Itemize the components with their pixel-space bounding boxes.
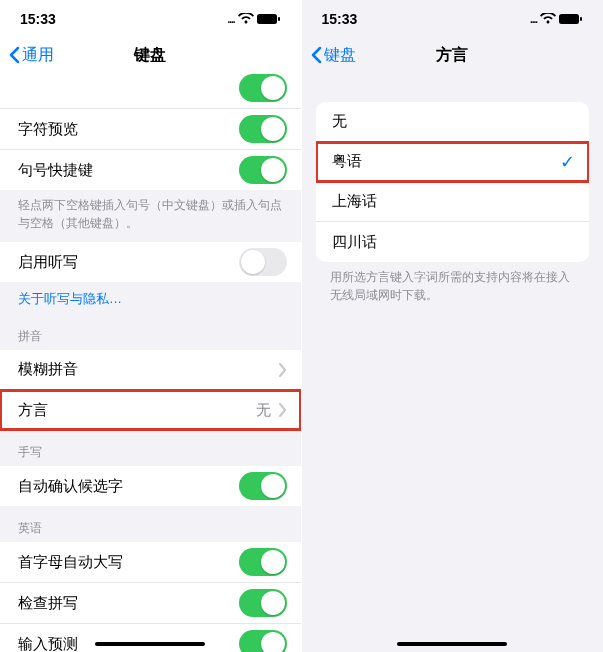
row-label: 字符预览 — [18, 120, 78, 139]
auto-caps-row[interactable]: 首字母自动大写 — [0, 542, 301, 583]
row-label: 方言 — [18, 401, 48, 420]
left-screen: 15:33 .... 通用 键盘 字符预览 — [0, 0, 302, 652]
checkmark-icon: ✓ — [560, 151, 575, 173]
handwriting-group: 自动确认候选字 — [0, 466, 301, 506]
content-area: 字符预览 句号快捷键 轻点两下空格键插入句号（中文键盘）或插入句点与空格（其他键… — [0, 72, 301, 652]
chevron-left-icon — [310, 46, 322, 64]
toggle-switch[interactable] — [239, 115, 287, 143]
svg-rect-1 — [278, 17, 280, 21]
row-label: 自动确认候选字 — [18, 477, 123, 496]
chevron-right-icon — [279, 363, 287, 377]
nav-bar: 键盘 方言 — [302, 38, 604, 72]
predictive-row[interactable]: 输入预测 — [0, 624, 301, 652]
toggle-switch[interactable] — [239, 589, 287, 617]
status-time: 15:33 — [20, 11, 56, 27]
chevron-right-icon — [279, 403, 287, 417]
option-none[interactable]: 无 — [316, 102, 590, 142]
page-title: 键盘 — [134, 45, 166, 66]
option-sichuanese[interactable]: 四川话 — [316, 222, 590, 262]
footer-text: 轻点两下空格键插入句号（中文键盘）或插入句点与空格（其他键盘）。 — [0, 190, 301, 242]
option-label: 四川话 — [332, 233, 377, 252]
chevron-left-icon — [8, 46, 20, 64]
row-label: 启用听写 — [18, 253, 78, 272]
privacy-link[interactable]: 关于听写与隐私… — [0, 282, 301, 314]
page-title: 方言 — [436, 45, 468, 66]
row-accessory: 无 — [256, 401, 287, 420]
nav-bar: 通用 键盘 — [0, 38, 301, 72]
back-button[interactable]: 通用 — [8, 45, 54, 66]
toggle-switch[interactable] — [239, 248, 287, 276]
battery-icon — [559, 13, 583, 25]
right-screen: 15:33 .... 键盘 方言 无 粤语 ✓ — [302, 0, 604, 652]
status-time: 15:33 — [322, 11, 358, 27]
wifi-icon — [540, 13, 556, 25]
enable-dictation-row[interactable]: 启用听写 — [0, 242, 301, 282]
char-preview-row[interactable]: 字符预览 — [0, 109, 301, 150]
row-label: 检查拼写 — [18, 594, 78, 613]
svg-rect-0 — [257, 14, 277, 24]
english-group: 首字母自动大写 检查拼写 输入预测 滑行键入时逐词删除 — [0, 542, 301, 652]
row-label: 首字母自动大写 — [18, 553, 123, 572]
auto-confirm-row[interactable]: 自动确认候选字 — [0, 466, 301, 506]
status-bar: 15:33 .... — [302, 0, 604, 38]
status-bar: 15:33 .... — [0, 0, 301, 38]
toggle-switch[interactable] — [239, 472, 287, 500]
row-label: 句号快捷键 — [18, 161, 93, 180]
back-label: 键盘 — [324, 45, 356, 66]
pinyin-group: 模糊拼音 方言 无 — [0, 350, 301, 430]
status-icons: .... — [530, 13, 583, 25]
home-indicator[interactable] — [397, 642, 507, 646]
option-label: 无 — [332, 112, 347, 131]
section-header: 拼音 — [0, 314, 301, 350]
option-label: 上海话 — [332, 192, 377, 211]
fuzzy-pinyin-row[interactable]: 模糊拼音 — [0, 350, 301, 390]
dialect-options-group: 无 粤语 ✓ 上海话 四川话 — [316, 102, 590, 262]
dialect-row[interactable]: 方言 无 — [0, 390, 301, 430]
toggle-switch[interactable] — [239, 74, 287, 102]
status-icons: .... — [227, 13, 280, 25]
section-header: 英语 — [0, 506, 301, 542]
svg-rect-2 — [559, 14, 579, 24]
cellular-dots: .... — [530, 14, 537, 25]
svg-rect-3 — [580, 17, 582, 21]
toggle-switch[interactable] — [239, 548, 287, 576]
toggle-switch[interactable] — [239, 630, 287, 652]
period-shortcut-row[interactable]: 句号快捷键 — [0, 150, 301, 190]
back-button[interactable]: 键盘 — [310, 45, 356, 66]
row-label: 输入预测 — [18, 635, 78, 653]
cellular-dots: .... — [227, 14, 234, 25]
wifi-icon — [238, 13, 254, 25]
option-cantonese[interactable]: 粤语 ✓ — [316, 142, 590, 182]
partial-row[interactable] — [0, 72, 301, 109]
content-area: 无 粤语 ✓ 上海话 四川话 用所选方言键入字词所需的支持内容将在接入无线局域网… — [302, 72, 604, 652]
row-value: 无 — [256, 401, 271, 420]
option-label: 粤语 — [332, 152, 362, 171]
row-accessory — [279, 363, 287, 377]
settings-group: 字符预览 句号快捷键 — [0, 72, 301, 190]
footer-text: 用所选方言键入字词所需的支持内容将在接入无线局域网时下载。 — [302, 262, 604, 314]
check-spelling-row[interactable]: 检查拼写 — [0, 583, 301, 624]
battery-icon — [257, 13, 281, 25]
section-header: 手写 — [0, 430, 301, 466]
option-shanghainese[interactable]: 上海话 — [316, 182, 590, 222]
toggle-switch[interactable] — [239, 156, 287, 184]
home-indicator[interactable] — [95, 642, 205, 646]
dictation-group: 启用听写 — [0, 242, 301, 282]
back-label: 通用 — [22, 45, 54, 66]
row-label: 模糊拼音 — [18, 360, 78, 379]
